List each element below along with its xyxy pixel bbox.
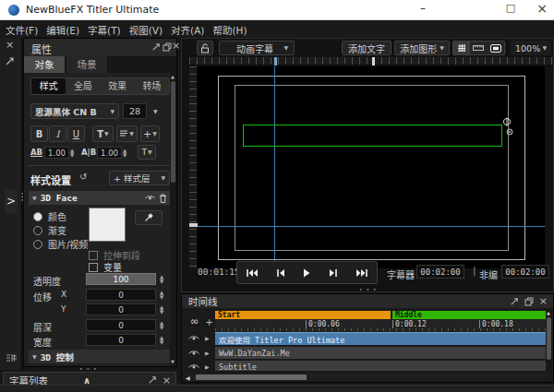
- titler-time-field[interactable]: 00:02:00: [416, 265, 464, 279]
- offset-x-field[interactable]: 0: [86, 289, 156, 301]
- panel-resize-handle[interactable]: • • •: [79, 365, 97, 372]
- layer-collapse-icon[interactable]: ▼: [32, 196, 37, 201]
- fill-color-radio[interactable]: 颜色: [33, 209, 66, 223]
- subtab-global[interactable]: 全局: [66, 78, 100, 94]
- pin-icon[interactable]: [510, 297, 519, 306]
- popout-icon[interactable]: [163, 42, 172, 52]
- scroll-thumb[interactable]: [547, 317, 551, 360]
- ruler-playhead-marker[interactable]: [274, 57, 277, 65]
- layer-visibility-eye-icon[interactable]: [145, 195, 155, 202]
- menu-item-title[interactable]: 字幕(T): [88, 23, 121, 37]
- tab-scene[interactable]: 场景: [66, 56, 107, 73]
- panel-close-icon[interactable]: ×: [172, 41, 180, 51]
- minimize-button[interactable]: –: [411, 2, 435, 18]
- track-expand-icon[interactable]: ▶: [205, 363, 210, 370]
- track-visibility-eye-icon[interactable]: [188, 350, 199, 357]
- tracking-field[interactable]: 1.00: [44, 147, 69, 159]
- width-stepper[interactable]: ▲▼: [160, 334, 163, 346]
- next-frame-button[interactable]: [329, 268, 337, 278]
- font-size-chevron-icon[interactable]: ▼: [153, 109, 158, 114]
- play-button[interactable]: [303, 268, 310, 278]
- canvas-viewport[interactable]: [198, 66, 545, 268]
- stepper-down-icon[interactable]: ▼: [160, 295, 163, 300]
- prev-frame-button[interactable]: [277, 268, 285, 278]
- offset-y-stepper[interactable]: ▲▼: [160, 303, 163, 315]
- reset-icon[interactable]: ↺: [79, 172, 87, 182]
- italic-button[interactable]: I: [49, 125, 66, 142]
- font-family-dropdown[interactable]: 思源黑体 CN B ▼: [30, 103, 119, 119]
- strip-close-icon[interactable]: ×: [6, 40, 14, 50]
- depth-field[interactable]: 0: [86, 319, 156, 331]
- offset-x-stepper[interactable]: ▲▼: [160, 289, 163, 301]
- offset-y-field[interactable]: 0: [86, 303, 156, 315]
- width-field[interactable]: 0: [86, 334, 156, 346]
- pin-icon[interactable]: [151, 42, 161, 52]
- stepper-down-icon[interactable]: ▼: [160, 279, 163, 284]
- menu-item-view[interactable]: 视图(V): [129, 23, 163, 37]
- subtab-style[interactable]: 样式: [31, 78, 66, 94]
- fill-gradient-radio[interactable]: 渐变: [33, 223, 66, 237]
- underline-button[interactable]: U: [67, 125, 85, 142]
- controls-3d-bar[interactable]: ▼ 3D 控制: [29, 350, 171, 363]
- opacity-stepper[interactable]: ▲▼: [160, 273, 163, 285]
- canvas-resize-handle[interactable]: • • •: [359, 286, 377, 292]
- stepper-down-icon[interactable]: ▼: [70, 153, 74, 158]
- subtab-transitions[interactable]: 转场: [135, 78, 169, 94]
- selected-text-box[interactable]: [243, 125, 502, 147]
- add-shape-button[interactable]: 添加图形 ▼: [394, 41, 450, 55]
- panel-close-icon[interactable]: ×: [539, 296, 548, 306]
- zoom-dropdown[interactable]: 100% ▼: [511, 41, 551, 55]
- variable-checkbox[interactable]: 变量: [89, 260, 122, 274]
- pin-icon[interactable]: [148, 375, 157, 385]
- leading-stepper[interactable]: ▲▼: [123, 147, 126, 159]
- guide-line-horizontal[interactable]: [198, 226, 545, 227]
- stepper-down-icon[interactable]: ▼: [123, 153, 126, 158]
- collapse-up-icon[interactable]: ∧: [83, 375, 90, 386]
- lock-button[interactable]: [197, 41, 213, 55]
- maximize-button[interactable]: □: [499, 2, 523, 18]
- stepper-down-icon[interactable]: ▼: [160, 310, 163, 315]
- stepper-down-icon[interactable]: ▼: [160, 340, 163, 345]
- timeline-vscrollbar[interactable]: ▲: [546, 310, 552, 371]
- track-visibility-eye-icon[interactable]: [188, 335, 199, 342]
- scroll-left-icon[interactable]: ◀: [186, 374, 190, 381]
- opacity-slider[interactable]: 100: [86, 273, 156, 285]
- safe-area-toggle-icon[interactable]: [488, 42, 504, 54]
- track-clip[interactable]: WwW.DaYanZai.Me: [215, 347, 546, 359]
- track-expand-icon[interactable]: ▶: [205, 335, 210, 341]
- font-size-field[interactable]: 28: [123, 103, 147, 119]
- track-clip-selected[interactable]: 欢迎使用 Titler Pro Ultimate: [215, 332, 546, 345]
- strip-pin-icon[interactable]: [5, 56, 15, 66]
- fill-image-radio[interactable]: 图片/视频: [33, 237, 88, 251]
- menu-item-edit[interactable]: 编辑(E): [46, 23, 79, 37]
- scroll-thumb[interactable]: [196, 374, 307, 380]
- scroll-up-icon[interactable]: ▲: [547, 310, 550, 315]
- strip-expand-chevron[interactable]: >: [5, 190, 18, 214]
- properties-scrollbar[interactable]: ▲ ▼: [170, 73, 176, 366]
- rotate-handle-icon[interactable]: [502, 117, 512, 126]
- collapsed-tab-icon[interactable]: [6, 353, 17, 362]
- popout-icon[interactable]: [524, 297, 534, 306]
- menu-item-help[interactable]: 帮助(H): [212, 23, 247, 37]
- segment-middle-bar[interactable]: Middle: [392, 311, 546, 319]
- add-track-icon[interactable]: +: [205, 317, 213, 327]
- timeline-ruler[interactable]: 0:00.06 0:00.12 0:00.18: [215, 319, 546, 331]
- baseline-button[interactable]: T▼: [138, 145, 156, 160]
- style-layer-bar[interactable]: ▼ 3D Face: [29, 191, 171, 205]
- layer-delete-trash-icon[interactable]: [159, 194, 167, 203]
- tracking-stepper[interactable]: ▲▼: [70, 147, 74, 159]
- add-text-button[interactable]: 添加文字: [342, 41, 391, 55]
- track-clip[interactable]: Subtitle: [215, 361, 546, 371]
- menu-item-align[interactable]: 对齐(A): [171, 23, 204, 37]
- close-button[interactable]: ×: [530, 1, 554, 18]
- scroll-up-icon[interactable]: ▲: [171, 74, 175, 79]
- scroll-thumb[interactable]: [171, 81, 175, 183]
- tab-object[interactable]: 对象: [24, 56, 65, 73]
- timeline-hscrollbar[interactable]: ◀: [185, 374, 546, 381]
- track-expand-icon[interactable]: ▶: [205, 350, 210, 356]
- subtab-effects[interactable]: 效果: [101, 78, 135, 94]
- skip-start-button[interactable]: [247, 268, 259, 278]
- depth-stepper[interactable]: ▲▼: [160, 319, 163, 331]
- ruler-toggle-icon[interactable]: [470, 42, 487, 54]
- color-swatch[interactable]: [89, 208, 126, 242]
